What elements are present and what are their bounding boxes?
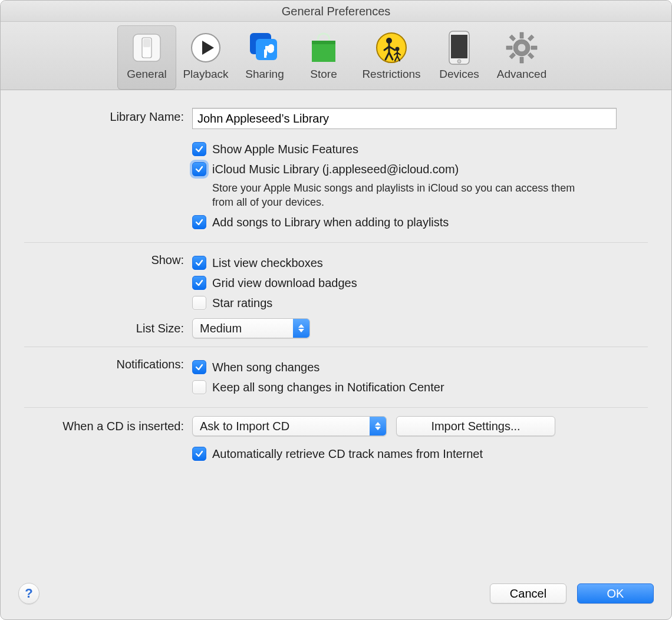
list-size-select[interactable]: Medium bbox=[192, 318, 310, 338]
checkbox-add-songs-label: Add songs to Library when adding to play… bbox=[212, 214, 449, 230]
tab-general[interactable]: General bbox=[117, 25, 176, 90]
list-size-value: Medium bbox=[193, 322, 293, 335]
checkbox-song-changes-label: When song changes bbox=[212, 359, 319, 375]
devices-icon bbox=[440, 29, 478, 67]
cd-inserted-label: When a CD is inserted: bbox=[24, 416, 192, 433]
tab-store[interactable]: Store bbox=[294, 25, 353, 90]
svg-rect-21 bbox=[531, 46, 537, 50]
checkbox-list-checkboxes[interactable] bbox=[192, 256, 206, 270]
preferences-window: General Preferences General Playback bbox=[0, 0, 672, 620]
checkbox-icloud-library-label: iCloud Music Library (j.appleseed@icloud… bbox=[212, 161, 459, 177]
svg-rect-2 bbox=[143, 39, 150, 47]
checkbox-keep-notifications-label: Keep all song changes in Notification Ce… bbox=[212, 379, 444, 395]
svg-rect-23 bbox=[528, 52, 534, 59]
svg-rect-18 bbox=[520, 32, 523, 38]
divider bbox=[24, 242, 648, 243]
divider bbox=[24, 407, 648, 408]
tab-restrictions[interactable]: Restrictions bbox=[353, 25, 430, 90]
list-size-label: List Size: bbox=[24, 318, 192, 335]
tab-devices[interactable]: Devices bbox=[430, 25, 489, 90]
checkbox-list-checkboxes-label: List view checkboxes bbox=[212, 255, 323, 271]
gear-icon bbox=[503, 29, 541, 67]
svg-rect-10 bbox=[312, 41, 335, 44]
svg-point-26 bbox=[518, 44, 526, 52]
checkbox-icloud-library[interactable] bbox=[192, 162, 206, 176]
cancel-button[interactable]: Cancel bbox=[490, 583, 566, 603]
import-settings-button[interactable]: Import Settings... bbox=[396, 416, 555, 436]
svg-rect-15 bbox=[451, 35, 467, 58]
svg-point-7 bbox=[268, 44, 274, 50]
checkbox-song-changes[interactable] bbox=[192, 360, 206, 374]
tab-general-label: General bbox=[127, 68, 167, 81]
tab-playback[interactable]: Playback bbox=[176, 25, 235, 90]
window-title: General Preferences bbox=[1, 1, 671, 22]
svg-point-16 bbox=[457, 60, 461, 63]
tab-sharing-label: Sharing bbox=[245, 68, 284, 81]
cd-action-select[interactable]: Ask to Import CD bbox=[192, 416, 387, 436]
general-icon bbox=[128, 29, 166, 67]
svg-rect-22 bbox=[509, 35, 516, 41]
svg-rect-20 bbox=[506, 46, 512, 50]
cd-action-value: Ask to Import CD bbox=[193, 420, 370, 433]
tab-sharing[interactable]: Sharing bbox=[235, 25, 294, 90]
help-button[interactable]: ? bbox=[18, 583, 39, 604]
checkbox-keep-notifications[interactable] bbox=[192, 380, 206, 394]
notifications-label: Notifications: bbox=[24, 355, 192, 371]
checkbox-add-songs[interactable] bbox=[192, 215, 206, 229]
store-icon bbox=[305, 29, 342, 67]
show-label: Show: bbox=[24, 251, 192, 267]
tab-advanced-label: Advanced bbox=[497, 68, 547, 81]
svg-rect-25 bbox=[509, 52, 516, 59]
checkbox-auto-cd-names-label: Automatically retrieve CD track names fr… bbox=[212, 446, 483, 462]
content-area: Library Name: Show Apple Music Features bbox=[1, 90, 671, 571]
icloud-description: Store your Apple Music songs and playlis… bbox=[212, 181, 584, 209]
svg-rect-19 bbox=[520, 57, 523, 63]
checkbox-grid-badges[interactable] bbox=[192, 276, 206, 290]
checkbox-star-ratings-label: Star ratings bbox=[212, 295, 272, 311]
checkbox-auto-cd-names[interactable] bbox=[192, 447, 206, 461]
checkbox-apple-music-label: Show Apple Music Features bbox=[212, 141, 358, 157]
play-icon bbox=[187, 29, 225, 67]
sharing-icon bbox=[246, 29, 284, 67]
ok-button[interactable]: OK bbox=[577, 583, 654, 603]
divider bbox=[24, 347, 648, 347]
tab-store-label: Store bbox=[310, 68, 337, 81]
stepper-icon bbox=[293, 319, 309, 338]
toolbar: General Playback Sharing bbox=[1, 22, 671, 90]
restrictions-icon bbox=[373, 29, 410, 67]
tab-restrictions-label: Restrictions bbox=[362, 68, 420, 81]
checkbox-grid-badges-label: Grid view download badges bbox=[212, 275, 357, 291]
library-name-input[interactable] bbox=[192, 108, 617, 129]
tab-advanced[interactable]: Advanced bbox=[489, 25, 555, 90]
svg-rect-24 bbox=[528, 35, 534, 41]
svg-rect-8 bbox=[264, 50, 266, 58]
checkbox-star-ratings[interactable] bbox=[192, 296, 206, 310]
footer: ? Cancel OK bbox=[1, 571, 671, 619]
stepper-icon bbox=[370, 417, 386, 436]
tab-devices-label: Devices bbox=[439, 68, 479, 81]
tab-playback-label: Playback bbox=[183, 68, 228, 81]
library-name-label: Library Name: bbox=[24, 108, 192, 124]
checkbox-apple-music[interactable] bbox=[192, 142, 206, 156]
